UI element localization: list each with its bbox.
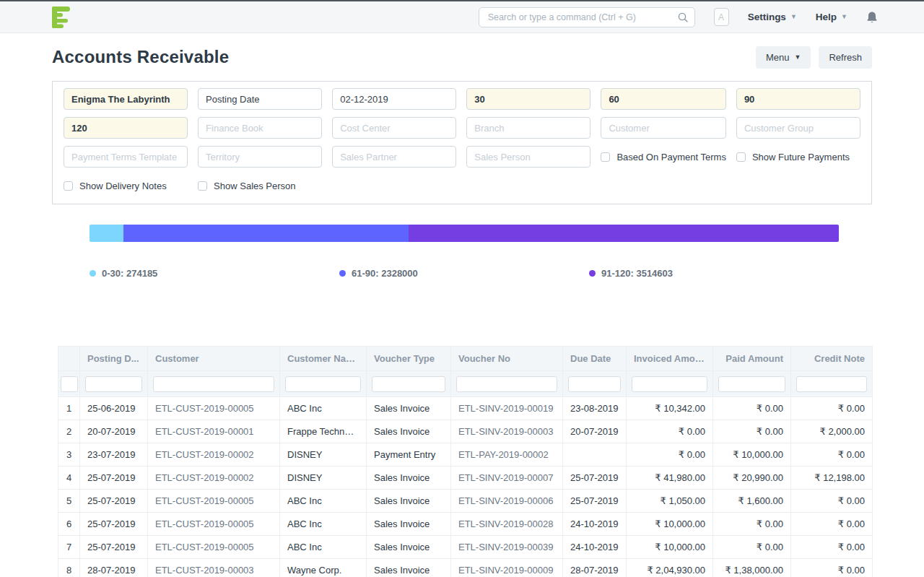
search-input[interactable] (479, 7, 695, 27)
table-row: 323-07-2019ETL-CUST-2019-00002DISNEYPaym… (58, 443, 873, 467)
table-cell: ₹ 10,342.00 (627, 397, 713, 420)
column-header[interactable] (58, 347, 80, 371)
table-cell: ₹ 0.00 (713, 397, 791, 420)
filter-field[interactable] (332, 146, 456, 168)
menu-button[interactable]: Menu ▼ (756, 46, 811, 69)
filter-field[interactable] (198, 88, 322, 110)
column-filter-input[interactable] (85, 376, 142, 392)
column-header[interactable]: Voucher No (451, 347, 563, 371)
page-head: Accounts Receivable Menu ▼ Refresh (0, 33, 924, 81)
ageing-chart: 0-30: 27418561-90: 232800091-120: 351460… (52, 225, 872, 346)
column-filter-input[interactable] (568, 376, 621, 392)
table-cell[interactable]: ETL-CUST-2019-00005 (148, 397, 280, 420)
filter-field[interactable] (601, 117, 726, 139)
filter-field[interactable] (64, 146, 188, 168)
filter-field[interactable] (601, 88, 726, 110)
table-cell: 25-06-2019 (80, 397, 148, 420)
checkbox-icon[interactable] (601, 152, 610, 162)
column-header[interactable]: Posting D... (80, 347, 148, 371)
filter-field[interactable] (64, 117, 188, 139)
column-header[interactable]: Invoiced Amou... (627, 347, 713, 371)
table-cell[interactable]: ETL-CUST-2019-00005 (148, 513, 280, 536)
table-cell[interactable]: ETL-CUST-2019-00001 (148, 420, 280, 443)
column-header[interactable]: Customer (148, 347, 280, 371)
column-header[interactable]: Paid Amount (713, 347, 791, 371)
column-filter-input[interactable] (632, 376, 707, 392)
filter-checkbox[interactable]: Show Delivery Notes (64, 175, 188, 196)
table-cell: 6 (58, 513, 80, 536)
filter-checkbox[interactable]: Show Future Payments (736, 146, 860, 168)
table-cell[interactable]: ETL-SINV-2019-00006 (451, 490, 563, 513)
table-cell[interactable]: ETL-CUST-2019-00005 (148, 536, 280, 559)
table-row: 125-06-2019ETL-CUST-2019-00005ABC IncSal… (58, 397, 873, 420)
checkbox-label: Based On Payment Terms (616, 152, 726, 162)
filter-field[interactable] (198, 117, 322, 139)
column-filter-input[interactable] (372, 376, 445, 392)
table-cell: 28-07-2019 (563, 559, 627, 577)
filter-field[interactable] (466, 88, 590, 110)
table-cell[interactable]: ETL-CUST-2019-00005 (148, 490, 280, 513)
filter-field[interactable] (466, 146, 590, 168)
column-filter-cell (367, 371, 451, 397)
table-cell: 5 (58, 490, 80, 513)
table-cell: 25-07-2019 (80, 490, 148, 513)
checkbox-icon[interactable] (198, 181, 207, 191)
column-filter-input[interactable] (153, 376, 274, 392)
table-cell[interactable]: ETL-CUST-2019-00003 (148, 559, 280, 577)
column-filter-input[interactable] (285, 376, 361, 392)
table-cell[interactable]: ETL-SINV-2019-00039 (451, 536, 563, 559)
filter-field[interactable] (198, 146, 322, 168)
column-header[interactable]: Credit Note (791, 347, 873, 371)
table-cell[interactable]: ETL-SINV-2019-00019 (451, 397, 563, 420)
table-cell: ₹ 20,990.00 (713, 467, 791, 490)
stacked-bar (90, 225, 839, 242)
help-label: Help (816, 12, 837, 22)
chart-bar-segment-61-90 (123, 225, 409, 242)
legend-dot-icon (90, 270, 96, 277)
refresh-button[interactable]: Refresh (819, 46, 872, 69)
filter-field[interactable] (466, 117, 590, 139)
table-cell: ₹ 10,000.00 (627, 536, 713, 559)
help-menu[interactable]: Help ▼ (816, 12, 847, 22)
menu-button-label: Menu (766, 52, 790, 63)
column-filter-input[interactable] (718, 376, 785, 392)
table-cell[interactable]: ETL-SINV-2019-00009 (451, 559, 563, 577)
filter-field[interactable] (736, 88, 860, 110)
filter-checkbox[interactable]: Based On Payment Terms (601, 146, 726, 168)
filter-field[interactable] (736, 117, 860, 139)
table-filter-row (58, 371, 873, 397)
table-cell[interactable]: ETL-SINV-2019-00028 (451, 513, 563, 536)
filter-field[interactable] (332, 88, 456, 110)
filter-checkbox[interactable]: Show Sales Person (198, 175, 322, 196)
table-cell[interactable]: ETL-PAY-2019-00002 (451, 443, 563, 467)
table-cell: ₹ 0.00 (713, 536, 791, 559)
legend-item: 91-120: 3514603 (589, 268, 673, 279)
table-cell: 3 (58, 443, 80, 467)
table-cell: Sales Invoice (367, 490, 451, 513)
filter-field[interactable] (332, 117, 456, 139)
app-logo-icon[interactable] (52, 6, 71, 28)
checkbox-icon[interactable] (64, 181, 73, 191)
filter-field[interactable] (64, 88, 188, 110)
legend-item: 0-30: 274185 (90, 268, 157, 279)
checkbox-icon[interactable] (736, 152, 746, 162)
column-filter-input[interactable] (796, 376, 867, 392)
settings-menu[interactable]: Settings ▼ (748, 12, 797, 22)
notifications-bell-icon[interactable] (866, 11, 878, 24)
table-cell[interactable]: ETL-SINV-2019-00007 (451, 467, 563, 490)
column-filter-input[interactable] (61, 376, 78, 392)
column-header[interactable]: Voucher Type (367, 347, 451, 371)
chevron-down-icon: ▼ (795, 54, 801, 61)
column-header[interactable]: Due Date (563, 347, 627, 371)
table-cell: Frappe Technolo... (280, 420, 367, 443)
table-cell: ₹ 2,000.00 (791, 420, 873, 443)
table-row: 525-07-2019ETL-CUST-2019-00005ABC IncSal… (58, 490, 873, 513)
column-header[interactable]: Customer Name (280, 347, 367, 371)
table-cell[interactable]: ETL-CUST-2019-00002 (148, 467, 280, 490)
table-cell: Wayne Corp. (280, 559, 367, 577)
table-cell[interactable]: ETL-SINV-2019-00003 (451, 420, 563, 443)
table-cell[interactable]: ETL-CUST-2019-00002 (148, 443, 280, 467)
table-cell: 2 (58, 420, 80, 443)
avatar[interactable]: A (714, 8, 729, 26)
column-filter-input[interactable] (456, 376, 557, 392)
